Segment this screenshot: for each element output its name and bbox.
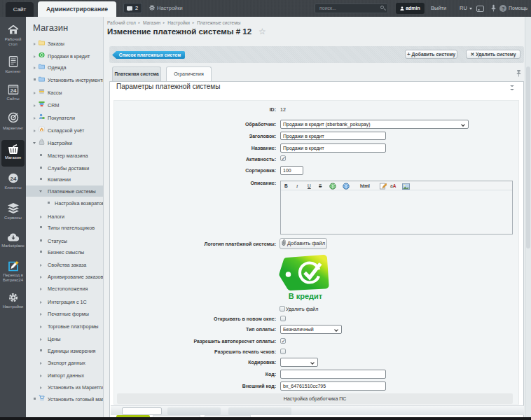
svg-text:24: 24 — [10, 88, 16, 94]
svg-text:24: 24 — [10, 176, 16, 182]
